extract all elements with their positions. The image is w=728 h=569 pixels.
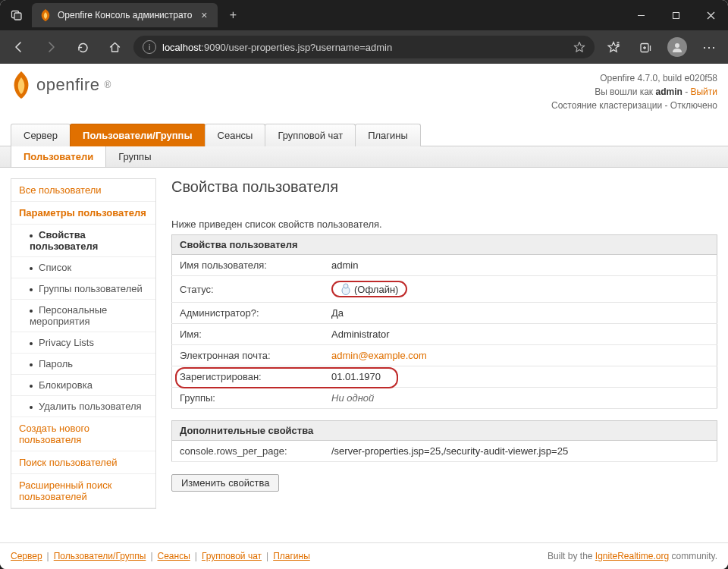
forward-button[interactable] bbox=[38, 34, 64, 60]
browser-toolbar: i localhost:9090/user-properties.jsp?use… bbox=[0, 30, 728, 64]
logout-link[interactable]: Выйти bbox=[690, 86, 717, 97]
prop-key: Имя: bbox=[172, 324, 325, 345]
sidebar-item-10[interactable]: Создать нового пользователя bbox=[11, 417, 155, 451]
main-tab-0[interactable]: Сервер bbox=[11, 124, 71, 146]
prop-value: (Офлайн) bbox=[324, 276, 717, 303]
sidebar-item-4[interactable]: Группы пользователей bbox=[11, 278, 155, 300]
back-button[interactable] bbox=[6, 34, 32, 60]
prop-key: Зарегистрирован: bbox=[172, 366, 325, 388]
favorites-button[interactable] bbox=[601, 34, 626, 60]
profile-button[interactable] bbox=[664, 34, 690, 60]
svg-point-13 bbox=[675, 43, 679, 48]
footer-link-2[interactable]: Сеансы bbox=[158, 551, 190, 561]
sub-tabs: ПользователиГруппы bbox=[0, 146, 728, 168]
cluster-status: Состояние кластеризации - Отключено bbox=[551, 99, 717, 112]
prop-key: Статус: bbox=[172, 276, 325, 303]
sidebar-item-3[interactable]: Список bbox=[11, 257, 155, 278]
prop-value: Administrator bbox=[324, 324, 717, 345]
favorite-icon[interactable] bbox=[573, 41, 585, 53]
table-row: Имя:Administrator bbox=[172, 324, 717, 345]
main-tab-4[interactable]: Плагины bbox=[355, 124, 421, 146]
extra-properties-table: Дополнительные свойства console.rows_per… bbox=[171, 420, 717, 462]
prop-key: Электронная почта: bbox=[172, 345, 325, 366]
prop-key: Администратор?: bbox=[172, 303, 325, 324]
window-minimize-button[interactable] bbox=[623, 0, 658, 30]
logo[interactable]: openfire® bbox=[11, 71, 111, 99]
prop-key: Группы: bbox=[172, 388, 325, 409]
avatar bbox=[667, 37, 687, 57]
logo-text: openfire bbox=[36, 75, 100, 95]
table-header: Дополнительные свойства bbox=[172, 421, 717, 441]
page-body: Все пользователиПараметры пользователяСв… bbox=[0, 168, 728, 520]
table-row: Электронная почта:admin@example.com bbox=[172, 345, 717, 366]
main-tab-2[interactable]: Сеансы bbox=[205, 124, 266, 146]
table-row: console.rows_per_page:/server-properties… bbox=[172, 441, 717, 462]
main-tab-3[interactable]: Групповой чат bbox=[265, 124, 356, 146]
app-window: Openfire Консоль администрато × + i loca… bbox=[0, 0, 728, 569]
prop-value: Ни одной bbox=[324, 388, 717, 409]
browser-tab[interactable]: Openfire Консоль администрато × bbox=[32, 3, 218, 27]
url-text: localhost:9090/user-properties.jsp?usern… bbox=[162, 42, 392, 53]
tab-favicon bbox=[39, 9, 52, 21]
sidebar-item-12[interactable]: Расширенный поиск пользователей bbox=[11, 474, 155, 508]
tab-actions-icon bbox=[11, 9, 23, 21]
prop-value: /server-properties.jsp=25,/security-audi… bbox=[324, 441, 717, 462]
new-tab-button[interactable]: + bbox=[222, 5, 243, 26]
table-row: Группы:Ни одной bbox=[172, 388, 717, 409]
page-title: Свойства пользователя bbox=[171, 178, 717, 196]
address-bar[interactable]: i localhost:9090/user-properties.jsp?use… bbox=[133, 36, 595, 58]
svg-point-15 bbox=[344, 284, 348, 288]
sidebar-item-2[interactable]: Свойства пользователя bbox=[11, 225, 155, 257]
footer-link-0[interactable]: Сервер bbox=[11, 551, 42, 561]
table-row: Имя пользователя:admin bbox=[172, 255, 717, 276]
tab-close-button[interactable]: × bbox=[198, 9, 210, 21]
window-titlebar: Openfire Консоль администрато × + bbox=[0, 0, 728, 30]
svg-rect-3 bbox=[673, 12, 679, 18]
version-text: Openfire 4.7.0, build e020f58 bbox=[551, 71, 717, 85]
footer-link-1[interactable]: Пользователи/Группы bbox=[54, 551, 146, 561]
tab-title: Openfire Консоль администрато bbox=[58, 10, 192, 20]
table-row: Администратор?:Да bbox=[172, 303, 717, 324]
sidebar-item-7[interactable]: Пароль bbox=[11, 354, 155, 375]
sub-tab-0[interactable]: Пользователи bbox=[11, 146, 106, 167]
table-row: Статус:(Офлайн) bbox=[172, 276, 717, 303]
sidebar-item-8[interactable]: Блокировка bbox=[11, 375, 155, 396]
window-maximize-button[interactable] bbox=[658, 0, 693, 30]
prop-value: Да bbox=[324, 303, 717, 324]
sidebar-item-6[interactable]: Privacy Lists bbox=[11, 332, 155, 354]
prop-value: admin bbox=[324, 255, 717, 276]
tab-actions-button[interactable] bbox=[6, 5, 27, 26]
prop-value: admin@example.com bbox=[324, 345, 717, 366]
prop-value: 01.01.1970 bbox=[324, 366, 717, 388]
main-tab-1[interactable]: Пользователи/Группы bbox=[70, 124, 205, 146]
edit-properties-button[interactable]: Изменить свойства bbox=[171, 474, 279, 492]
svg-rect-1 bbox=[14, 13, 21, 20]
sub-tab-1[interactable]: Группы bbox=[106, 146, 163, 167]
footer-links: Сервер|Пользователи/Группы|Сеансы|Группо… bbox=[11, 551, 310, 561]
footer-link-3[interactable]: Групповой чат bbox=[202, 551, 262, 561]
site-info-icon[interactable]: i bbox=[143, 40, 156, 54]
table-row: Зарегистрирован:01.01.1970 bbox=[172, 366, 717, 388]
login-text: Вы вошли как admin - Выйти bbox=[551, 85, 717, 99]
sidebar-item-1[interactable]: Параметры пользователя bbox=[11, 202, 155, 225]
content-panel: Свойства пользователя Ниже приведен спис… bbox=[171, 178, 717, 492]
window-close-button[interactable] bbox=[693, 0, 728, 30]
page-content: openfire® Openfire 4.7.0, build e020f58 … bbox=[0, 64, 728, 569]
home-button[interactable] bbox=[102, 34, 127, 60]
prop-key: Имя пользователя: bbox=[172, 255, 325, 276]
sidebar-item-5[interactable]: Персональные мероприятия bbox=[11, 300, 155, 332]
sidebar-item-11[interactable]: Поиск пользователей bbox=[11, 451, 155, 474]
tab-strip: Openfire Консоль администрато × + bbox=[0, 0, 243, 30]
menu-button[interactable]: ⋯ bbox=[696, 39, 722, 55]
page-header: openfire® Openfire 4.7.0, build e020f58 … bbox=[0, 64, 728, 112]
reload-button[interactable] bbox=[70, 34, 96, 60]
sidebar-item-0[interactable]: Все пользователи bbox=[11, 179, 155, 202]
page-footer: Сервер|Пользователи/Группы|Сеансы|Группо… bbox=[0, 542, 728, 569]
footer-link-4[interactable]: Плагины bbox=[273, 551, 310, 561]
header-info: Openfire 4.7.0, build e020f58 Вы вошли к… bbox=[551, 71, 717, 112]
prop-key: console.rows_per_page: bbox=[172, 441, 325, 462]
sidebar: Все пользователиПараметры пользователяСв… bbox=[11, 178, 156, 509]
ignite-link[interactable]: IgniteRealtime.org bbox=[595, 551, 669, 561]
collections-button[interactable] bbox=[632, 34, 658, 60]
sidebar-item-9[interactable]: Удалить пользователя bbox=[11, 396, 155, 417]
